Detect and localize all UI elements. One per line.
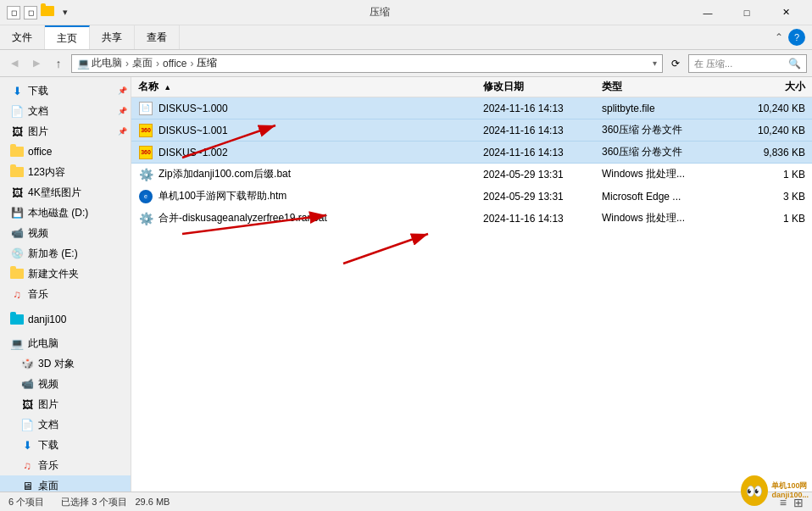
forward-button[interactable]: ▶ — [27, 54, 46, 73]
sidebar-item-e-drive[interactable]: 💿 新加卷 (E:) — [0, 243, 131, 264]
file-icon-360-2: 360 — [138, 145, 153, 160]
address-bar: ◀ ▶ ↑ 💻 此电脑 › 桌面 › office › 压缩 ▾ ⟳ 🔍 — [0, 50, 812, 77]
breadcrumb[interactable]: 💻 此电脑 › 桌面 › office › 压缩 ▾ — [71, 54, 663, 73]
wallpaper-icon: 🖼 — [10, 186, 24, 199]
refresh-button[interactable]: ⟳ — [666, 54, 685, 73]
sidebar-item-music[interactable]: ♫ 音乐 — [0, 284, 131, 304]
sidebar-item-docs2[interactable]: 📄 文档 — [0, 414, 131, 435]
new-folder-icon — [10, 267, 24, 280]
file-row[interactable]: 360 DISKUS~1.002 2024-11-16 14:13 360压缩 … — [131, 142, 812, 164]
pics2-icon: 🖼 — [20, 397, 34, 411]
file-header: 名称 ▲ 修改日期 类型 大小 — [131, 77, 812, 97]
office-icon — [10, 145, 24, 158]
col-header-size[interactable]: 大小 — [729, 80, 805, 94]
music-icon: ♫ — [10, 287, 24, 301]
e-drive-icon: 💿 — [10, 247, 24, 260]
breadcrumb-dropdown-icon[interactable]: ▾ — [653, 58, 657, 68]
watermark-logo: 👀 — [741, 475, 768, 506]
status-bar: 6 个项目 已选择 3 个项目 29.6 MB ≡ ⊞ — [0, 492, 812, 511]
this-pc-icon: 💻 — [10, 336, 24, 350]
ribbon-minimize-icon[interactable]: ⌃ — [775, 31, 783, 43]
tab-home[interactable]: 主页 — [45, 25, 90, 49]
file-icon-bat-1: ⚙️ — [138, 167, 153, 182]
sidebar-item-3d[interactable]: 🎲 3D 对象 — [0, 353, 131, 374]
music2-icon: ♫ — [20, 458, 34, 472]
file-date: 2024-11-16 14:13 — [483, 103, 602, 114]
minimize-button[interactable]: — — [688, 0, 727, 25]
file-date: 2024-11-16 14:13 — [483, 125, 602, 136]
sidebar: ⬇ 下载 📌 📄 文档 📌 🖼 图片 📌 office — [0, 77, 131, 492]
back-button[interactable]: ◀ — [5, 54, 24, 73]
breadcrumb-office[interactable]: office — [163, 58, 186, 69]
pin-icon: 📌 — [118, 86, 127, 95]
status-count: 6 个项目 — [8, 496, 44, 508]
up-button[interactable]: ↑ — [49, 54, 68, 73]
window-title: 压缩 — [71, 5, 688, 19]
title-quick-access-1: ◻ — [7, 6, 20, 19]
file-date: 2024-05-29 13:31 — [483, 169, 602, 181]
sidebar-item-video2[interactable]: 📹 视频 — [0, 374, 131, 394]
sidebar-item-download[interactable]: ⬇ 下载 📌 — [0, 81, 131, 101]
sidebar-item-123[interactable]: 123内容 — [0, 162, 131, 182]
help-icon[interactable]: ? — [788, 29, 805, 46]
tab-view[interactable]: 查看 — [135, 25, 180, 49]
col-header-name[interactable]: 名称 ▲ — [138, 80, 483, 94]
title-bar-icons: ◻ ◻ ▾ — [7, 6, 71, 19]
close-button[interactable]: ✕ — [766, 0, 805, 25]
tab-file[interactable]: 文件 — [0, 25, 45, 49]
sidebar-item-video[interactable]: 📹 视频 — [0, 223, 131, 243]
sidebar-item-danji100[interactable]: danji100 — [0, 309, 131, 330]
sidebar-item-docs[interactable]: 📄 文档 📌 — [0, 101, 131, 121]
file-row[interactable]: 📄 DISKUS~1.000 2024-11-16 14:13 splitbyt… — [131, 97, 812, 119]
file-size: 9,836 KB — [729, 147, 805, 158]
ribbon-tabs: 文件 主页 共享 查看 ⌃ ? — [0, 25, 812, 49]
download-icon: ⬇ — [10, 84, 24, 97]
main-layout: ⬇ 下载 📌 📄 文档 📌 🖼 图片 📌 office — [0, 77, 812, 492]
file-date: 2024-11-16 14:13 — [483, 213, 602, 225]
status-selected: 已选择 3 个项目 29.6 MB — [61, 496, 170, 508]
sidebar-item-local-disk[interactable]: 💾 本地磁盘 (D:) — [0, 203, 131, 223]
file-size: 3 KB — [729, 191, 805, 203]
title-bar: ◻ ◻ ▾ 压缩 — □ ✕ — [0, 0, 812, 25]
sidebar-item-music2[interactable]: ♫ 音乐 — [0, 455, 131, 475]
folder-icon-title — [41, 6, 59, 19]
maximize-button[interactable]: □ — [727, 0, 766, 25]
sidebar-item-dl2[interactable]: ⬇ 下载 — [0, 435, 131, 455]
col-header-date[interactable]: 修改日期 — [483, 80, 602, 94]
file-size: 10,240 KB — [729, 125, 805, 136]
danji100-icon — [10, 313, 24, 326]
sidebar-item-pics2[interactable]: 🖼 图片 — [0, 394, 131, 414]
sidebar-item-new-folder[interactable]: 新建文件夹 — [0, 264, 131, 284]
tab-share[interactable]: 共享 — [90, 25, 135, 49]
3d-icon: 🎲 — [20, 357, 34, 370]
breadcrumb-pc[interactable]: 💻 此电脑 — [77, 56, 122, 70]
sidebar-item-this-pc[interactable]: 💻 此电脑 — [0, 333, 131, 353]
breadcrumb-current[interactable]: 压缩 — [197, 56, 217, 70]
file-row[interactable]: ⚙️ 合并-diskusageanalyzerfree19.rar.bat 20… — [131, 208, 812, 230]
search-input[interactable] — [694, 58, 785, 69]
breadcrumb-desktop[interactable]: 桌面 — [132, 56, 153, 70]
sidebar-item-pics[interactable]: 🖼 图片 📌 — [0, 121, 131, 142]
col-header-type[interactable]: 类型 — [602, 80, 729, 94]
file-size: 1 KB — [729, 213, 805, 225]
docs-icon: 📄 — [10, 104, 24, 118]
watermark: 👀 单机100网 danji100... — [741, 474, 809, 508]
sidebar-item-desktop[interactable]: 🖥 桌面 — [0, 475, 131, 492]
search-box[interactable]: 🔍 — [688, 54, 807, 73]
file-date: 2024-11-16 14:13 — [483, 147, 602, 158]
file-size: 10,240 KB — [729, 103, 805, 114]
sidebar-item-wallpaper[interactable]: 🖼 4K壁纸图片 — [0, 182, 131, 203]
file-area-wrapper: 名称 ▲ 修改日期 类型 大小 📄 DISKUS~1.000 2024-11-1… — [131, 77, 812, 492]
search-icon[interactable]: 🔍 — [788, 58, 801, 69]
file-area: 名称 ▲ 修改日期 类型 大小 📄 DISKUS~1.000 2024-11-1… — [131, 77, 812, 492]
local-disk-icon: 💾 — [10, 206, 24, 219]
dl2-icon: ⬇ — [20, 438, 34, 452]
file-row[interactable]: ⚙️ Zip添加danji100.com后缀.bat 2024-05-29 13… — [131, 164, 812, 186]
file-row[interactable]: e 单机100手游网下载帮助.htm 2024-05-29 13:31 Micr… — [131, 186, 812, 208]
sidebar-item-office[interactable]: office — [0, 142, 131, 162]
file-row[interactable]: 360 DISKUS~1.001 2024-11-16 14:13 360压缩 … — [131, 119, 812, 142]
video-icon: 📹 — [10, 226, 24, 240]
ribbon: 文件 主页 共享 查看 ⌃ ? — [0, 25, 812, 50]
file-icon-htm: e — [138, 189, 153, 204]
file-icon-360-1: 360 — [138, 123, 153, 138]
